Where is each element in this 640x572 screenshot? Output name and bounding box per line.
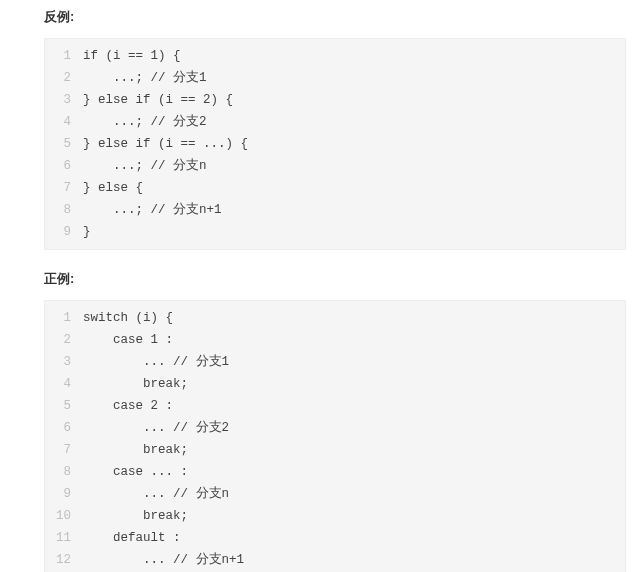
code-text: } else if (i == ...) {: [79, 133, 625, 155]
code-line: 7 break;: [45, 439, 625, 461]
code-text: ... // 分支n: [79, 483, 625, 505]
line-number: 4: [45, 111, 79, 133]
code-text: case 2 :: [79, 395, 625, 417]
line-number: 6: [45, 417, 79, 439]
line-number: 1: [45, 307, 79, 329]
line-number: 8: [45, 461, 79, 483]
document-page: 反例: 1 if (i == 1) { 2 ...; // 分支1 3 } el…: [0, 0, 640, 572]
code-text: } else if (i == 2) {: [79, 89, 625, 111]
code-text: ... // 分支n+1: [79, 549, 625, 571]
code-line: 5 case 2 :: [45, 395, 625, 417]
code-line: 2 ...; // 分支1: [45, 67, 625, 89]
code-text: case 1 :: [79, 329, 625, 351]
code-line: 6 ...; // 分支n: [45, 155, 625, 177]
code-line: 8 ...; // 分支n+1: [45, 199, 625, 221]
code-text: case ... :: [79, 461, 625, 483]
line-number: 7: [45, 177, 79, 199]
code-text: default :: [79, 527, 625, 549]
line-number: 5: [45, 133, 79, 155]
line-number: 12: [45, 549, 79, 571]
good-example-code-block: 1 switch (i) { 2 case 1 : 3 ... // 分支1 4…: [44, 300, 626, 572]
line-number: 2: [45, 67, 79, 89]
code-text: break;: [79, 373, 625, 395]
code-line: 9 }: [45, 221, 625, 243]
line-number: 5: [45, 395, 79, 417]
code-text: ...; // 分支n: [79, 155, 625, 177]
code-line: 5 } else if (i == ...) {: [45, 133, 625, 155]
good-example-label: 正例:: [44, 270, 626, 288]
code-text: ...; // 分支1: [79, 67, 625, 89]
code-line: 6 ... // 分支2: [45, 417, 625, 439]
line-number: 11: [45, 527, 79, 549]
line-number: 3: [45, 351, 79, 373]
line-number: 9: [45, 483, 79, 505]
line-number: 8: [45, 199, 79, 221]
code-line: 11 default :: [45, 527, 625, 549]
code-line: 10 break;: [45, 505, 625, 527]
code-text: break;: [79, 439, 625, 461]
code-line: 2 case 1 :: [45, 329, 625, 351]
line-number: 9: [45, 221, 79, 243]
code-text: break;: [79, 505, 625, 527]
code-line: 8 case ... :: [45, 461, 625, 483]
code-line: 4 break;: [45, 373, 625, 395]
line-number: 10: [45, 505, 79, 527]
code-line: 3 } else if (i == 2) {: [45, 89, 625, 111]
code-line: 3 ... // 分支1: [45, 351, 625, 373]
code-text: if (i == 1) {: [79, 45, 625, 67]
line-number: 7: [45, 439, 79, 461]
code-text: switch (i) {: [79, 307, 625, 329]
code-line: 12 ... // 分支n+1: [45, 549, 625, 571]
code-text: ... // 分支1: [79, 351, 625, 373]
code-line: 1 switch (i) {: [45, 307, 625, 329]
line-number: 3: [45, 89, 79, 111]
bad-example-label: 反例:: [44, 8, 626, 26]
bad-example-code-block: 1 if (i == 1) { 2 ...; // 分支1 3 } else i…: [44, 38, 626, 250]
code-line: 4 ...; // 分支2: [45, 111, 625, 133]
line-number: 2: [45, 329, 79, 351]
code-line: 9 ... // 分支n: [45, 483, 625, 505]
code-text: } else {: [79, 177, 625, 199]
code-text: ...; // 分支2: [79, 111, 625, 133]
line-number: 1: [45, 45, 79, 67]
line-number: 4: [45, 373, 79, 395]
line-number: 6: [45, 155, 79, 177]
code-text: ... // 分支2: [79, 417, 625, 439]
code-text: ...; // 分支n+1: [79, 199, 625, 221]
code-line: 7 } else {: [45, 177, 625, 199]
code-line: 1 if (i == 1) {: [45, 45, 625, 67]
code-text: }: [79, 221, 625, 243]
